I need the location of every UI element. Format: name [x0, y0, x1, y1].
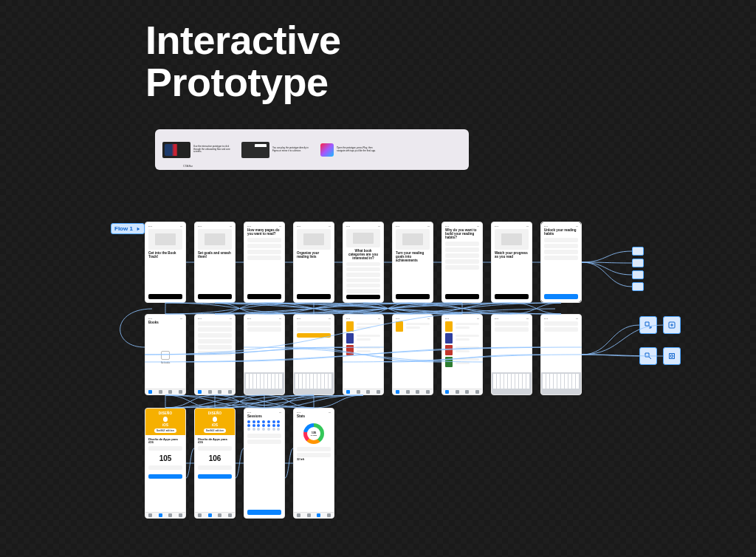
onboarding-screen-5[interactable]: 9:41••• What book categories are you int… [343, 222, 384, 303]
library-screen-8[interactable]: 9:41••• [491, 314, 532, 395]
mini-node-4[interactable] [632, 282, 644, 291]
overlay-node-2[interactable] [663, 316, 681, 334]
onboarding-screen-4[interactable]: 9:41••• Organize your reading lists [293, 222, 334, 303]
demo-caption: CTA Bar [183, 165, 193, 168]
library-screen-4[interactable]: 9:41••• [293, 314, 334, 395]
onboarding-screen-3[interactable]: 9:41••• How many pages do you want to re… [244, 222, 285, 303]
onboarding-screen-7[interactable]: 9:41••• Why do you want to build your re… [441, 222, 483, 303]
demo-note-2: You can play the prototype directly in F… [272, 147, 313, 152]
library-screen-1[interactable]: 9:41•••BooksNo books [145, 314, 186, 395]
demo-note-1: Use the interactive prototype to click t… [193, 146, 234, 154]
mini-node-1[interactable] [632, 247, 644, 256]
detail-screen-1[interactable]: DISEÑOiOSSwiftUI edition Diseño de Apps … [145, 408, 186, 519]
onboarding-screen-8[interactable]: 9:41••• Watch your progress as you read [491, 222, 532, 303]
overlay-node-3[interactable] [639, 347, 657, 365]
flow-label: Flow 1 [114, 225, 133, 232]
library-screen-6[interactable]: 9:41••• [392, 314, 433, 395]
onboarding-screen-6[interactable]: 9:41••• Turn your reading goals into ach… [392, 222, 433, 303]
detail-screen-3[interactable]: 9:41•••Sessions [244, 408, 285, 519]
detail-screen-2[interactable]: DISEÑOiOSSwiftUI edition Diseño de Apps … [194, 408, 236, 519]
page-title: InteractivePrototype [145, 19, 341, 103]
row-onboarding: 9:41••• Get into the Book Track! 9:41•••… [145, 222, 582, 303]
mini-node-3[interactable] [632, 270, 644, 279]
demo-note-3: Open the prototype, press Play, then nav… [337, 147, 377, 152]
row-detail: DISEÑOiOSSwiftUI edition Diseño de Apps … [145, 408, 334, 519]
library-screen-3[interactable]: 9:41••• [244, 314, 285, 395]
play-icon [135, 226, 141, 232]
detail-screen-4[interactable]: 9:41•••Stats 135PAGES 32 left [293, 408, 334, 519]
figma-icon [320, 143, 334, 157]
overlay-node-4[interactable] [663, 347, 681, 365]
library-screen-5[interactable]: 9:41••• [343, 314, 384, 395]
demo-thumb-2 [241, 142, 269, 158]
library-screen-9[interactable]: 9:41••• [540, 314, 582, 395]
library-screen-7[interactable]: 9:41••• [441, 314, 483, 395]
onboarding-screen-1[interactable]: 9:41••• Get into the Book Track! [145, 222, 186, 303]
overlay-node-1[interactable] [639, 316, 657, 334]
demo-thumb-1 [162, 142, 190, 158]
mini-node-2[interactable] [632, 259, 644, 267]
onboarding-screen-9[interactable]: 9:41••• Unlock your reading habits [540, 222, 582, 303]
row-library: 9:41•••BooksNo books9:41•••9:41•••9:41••… [145, 314, 582, 395]
library-screen-2[interactable]: 9:41••• [194, 314, 236, 395]
onboarding-screen-2[interactable]: 9:41••• Set goals and smash them! [194, 222, 236, 303]
flow-start-badge[interactable]: Flow 1 [111, 223, 145, 234]
demo-card: Use the interactive prototype to click t… [155, 129, 469, 170]
